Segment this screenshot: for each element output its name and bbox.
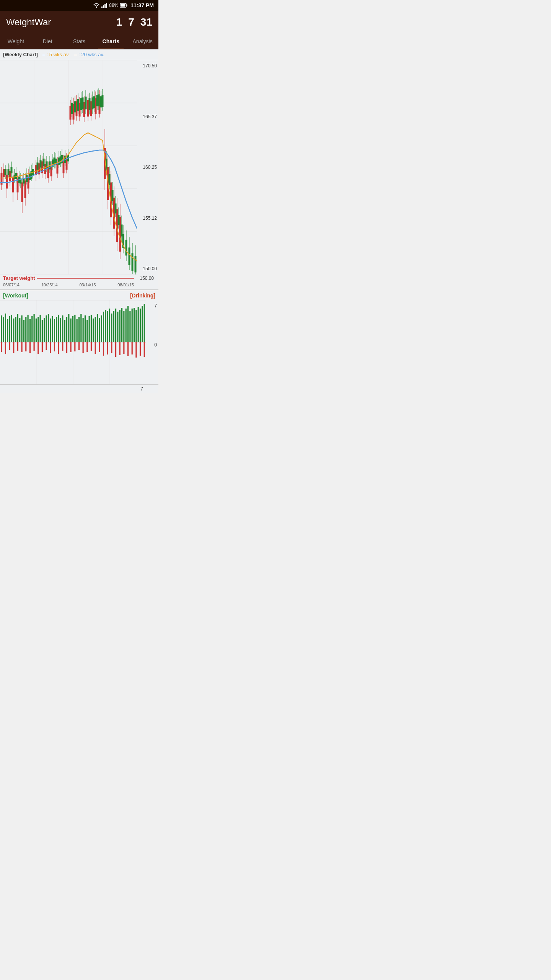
status-icons: 88% 11:37 PM (93, 2, 154, 8)
svg-rect-284 (103, 342, 104, 356)
tab-weight[interactable]: Weight (0, 34, 32, 49)
target-weight-row: Target weight 150.00 (0, 274, 158, 282)
svg-rect-238 (103, 312, 104, 342)
svg-rect-191 (7, 319, 8, 342)
svg-rect-197 (19, 318, 20, 342)
svg-rect-236 (99, 318, 100, 342)
svg-rect-1 (101, 7, 103, 8)
target-line (37, 276, 134, 281)
svg-rect-271 (50, 342, 51, 353)
tab-diet[interactable]: Diet (32, 34, 64, 49)
svg-rect-268 (37, 342, 39, 354)
svg-rect-293 (140, 342, 141, 356)
svg-rect-283 (99, 342, 100, 352)
candlestick-svg (0, 60, 137, 274)
app-header: WeightWar 1 7 31 (0, 11, 158, 34)
svg-rect-290 (127, 342, 129, 356)
svg-rect-285 (107, 342, 108, 354)
svg-rect-262 (13, 342, 14, 353)
svg-rect-216 (58, 315, 59, 342)
chart-wrapper: 170.50 165.37 160.25 155.12 150.00 (0, 60, 158, 274)
tab-charts[interactable]: Charts (95, 34, 127, 49)
legend-5wks: – : 5 wks av. (42, 52, 70, 57)
workout-chart-wrapper: 7 0 (0, 300, 158, 384)
svg-rect-224 (74, 315, 75, 342)
svg-rect-282 (95, 342, 96, 354)
svg-rect-198 (21, 315, 22, 342)
candlestick-chart[interactable] (0, 60, 137, 274)
svg-rect-250 (127, 306, 129, 342)
svg-rect-270 (46, 342, 47, 350)
svg-rect-276 (70, 342, 72, 352)
svg-rect-202 (29, 319, 31, 342)
status-bar: 88% 11:37 PM (0, 0, 158, 11)
svg-rect-287 (115, 342, 116, 357)
svg-rect-212 (50, 318, 51, 342)
svg-rect-230 (86, 320, 88, 342)
svg-rect-259 (1, 342, 2, 352)
y-label-bottom: 150.00 (139, 266, 157, 271)
svg-rect-281 (91, 342, 92, 351)
svg-rect-289 (123, 342, 124, 354)
svg-rect-218 (62, 315, 63, 342)
svg-rect-288 (119, 342, 121, 355)
svg-rect-205 (36, 318, 37, 342)
svg-rect-273 (58, 342, 59, 354)
svg-rect-201 (27, 315, 28, 342)
x-label-1: 06/07/14 (3, 283, 20, 287)
status-time: 11:37 PM (130, 2, 154, 8)
header-num-31: 31 (140, 16, 152, 28)
svg-rect-261 (9, 342, 10, 350)
battery-percentage: 88% (109, 3, 118, 8)
svg-rect-292 (135, 342, 137, 358)
svg-rect-206 (37, 317, 39, 342)
y-label-2: 165.37 (139, 114, 157, 119)
svg-rect-190 (5, 314, 6, 342)
svg-rect-213 (52, 316, 53, 342)
svg-rect-194 (13, 318, 14, 342)
tab-stats[interactable]: Stats (64, 34, 95, 49)
svg-rect-231 (89, 316, 90, 342)
svg-rect-196 (17, 314, 18, 342)
svg-rect-4 (106, 3, 107, 8)
svg-rect-195 (15, 317, 16, 342)
svg-rect-188 (1, 315, 2, 342)
workout-y-mid: 0 (148, 342, 157, 348)
svg-rect-243 (113, 311, 114, 342)
workout-y-high: 7 (148, 303, 157, 309)
svg-rect-280 (86, 342, 88, 352)
x-axis-labels: 06/07/14 10/25/14 03/14/15 08/01/15 (0, 282, 158, 289)
svg-rect-229 (85, 315, 86, 342)
svg-rect-274 (62, 342, 63, 351)
svg-rect-203 (31, 316, 33, 342)
header-numbers: 1 7 31 (116, 16, 152, 28)
svg-rect-244 (115, 309, 116, 342)
svg-rect-245 (117, 312, 118, 342)
svg-rect-200 (25, 317, 26, 342)
chart-legend: [Weekly Chart] – : 5 wks av. – : 20 wks … (0, 49, 158, 60)
svg-rect-260 (5, 342, 6, 354)
svg-rect-221 (68, 314, 69, 342)
svg-rect-279 (83, 342, 84, 353)
svg-rect-6 (127, 5, 127, 7)
svg-rect-239 (105, 310, 106, 342)
svg-rect-277 (74, 342, 75, 351)
svg-rect-294 (144, 342, 145, 357)
header-num-1: 1 (116, 16, 122, 28)
battery-icon (120, 3, 127, 8)
target-value: 150.00 (134, 276, 155, 281)
svg-rect-272 (54, 342, 55, 351)
svg-rect-235 (97, 314, 98, 342)
svg-rect-225 (77, 319, 78, 342)
svg-rect-251 (129, 311, 130, 342)
tab-bar: Weight Diet Stats Charts Analysis (0, 34, 158, 49)
svg-rect-291 (132, 342, 133, 354)
svg-rect-210 (46, 315, 47, 342)
svg-rect-256 (140, 309, 141, 342)
svg-rect-7 (121, 4, 126, 7)
tab-analysis[interactable]: Analysis (127, 34, 158, 49)
svg-rect-247 (121, 308, 122, 342)
x-label-2: 10/25/14 (41, 283, 58, 287)
svg-rect-219 (64, 320, 65, 342)
workout-svg-area[interactable] (0, 300, 146, 384)
